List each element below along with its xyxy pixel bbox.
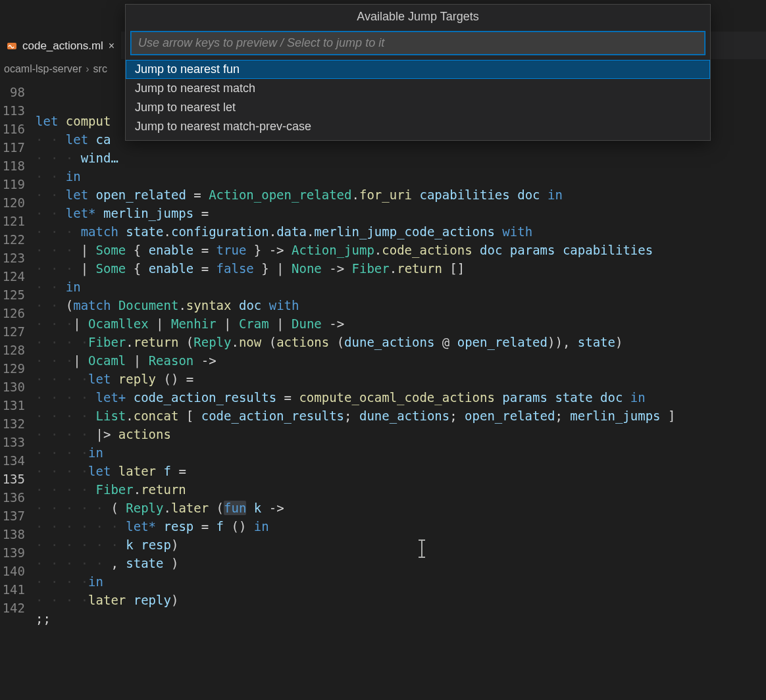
code-area[interactable]: let comput· · let ca· · · wind…· · in· ·… <box>36 79 766 700</box>
code-line[interactable]: · · · · · · k resp) <box>36 536 766 554</box>
line-number: 116 <box>0 120 36 138</box>
tab-code-actions[interactable]: code_actions.ml × <box>0 32 121 59</box>
code-line[interactable]: · · · · let+ code_action_results = compu… <box>36 388 766 407</box>
line-number: 139 <box>0 543 36 562</box>
line-number: 118 <box>0 157 36 175</box>
line-number: 130 <box>0 378 36 396</box>
line-number: 136 <box>0 488 36 507</box>
code-line[interactable]: · · · ·in <box>36 443 766 462</box>
line-number: 132 <box>0 414 36 433</box>
code-line[interactable] <box>36 628 766 646</box>
line-number: 121 <box>0 212 36 230</box>
editor[interactable]: 9811311611711811912012112212312412512612… <box>0 79 766 700</box>
code-line[interactable]: · · · ·let later f = <box>36 462 766 480</box>
quick-pick-item[interactable]: Jump to nearest fun <box>126 60 710 79</box>
close-icon[interactable]: × <box>109 40 115 52</box>
code-line[interactable]: · · · ·later reply) <box>36 591 766 609</box>
quick-pick-item[interactable]: Jump to nearest match <box>126 79 710 98</box>
quick-pick-title: Available Jump Targets <box>126 5 710 28</box>
code-line[interactable]: · · · match state.configuration.data.mer… <box>36 222 766 241</box>
line-number: 141 <box>0 580 36 599</box>
line-number: 122 <box>0 230 36 249</box>
quick-pick-item[interactable]: Jump to nearest let <box>126 98 710 117</box>
chevron-right-icon: › <box>86 63 89 75</box>
code-line[interactable]: · · in <box>36 167 766 186</box>
code-line[interactable]: · · · · |> actions <box>36 425 766 443</box>
quick-pick-list: Jump to nearest funJump to nearest match… <box>126 60 710 140</box>
quick-pick: Available Jump Targets Jump to nearest f… <box>125 4 711 141</box>
line-number: 123 <box>0 249 36 267</box>
line-number: 125 <box>0 286 36 304</box>
line-number: 129 <box>0 359 36 378</box>
code-line[interactable]: · · in <box>36 278 766 296</box>
line-number: 117 <box>0 138 36 157</box>
quick-pick-item[interactable]: Jump to nearest match-prev-case <box>126 117 710 136</box>
line-number: 138 <box>0 525 36 543</box>
line-number: 127 <box>0 322 36 341</box>
line-number: 133 <box>0 433 36 451</box>
code-line[interactable]: · · · ·in <box>36 572 766 591</box>
tab-filename: code_actions.ml <box>22 39 103 53</box>
quick-pick-input[interactable] <box>131 32 705 55</box>
code-line[interactable]: · · · · List.concat [ code_action_result… <box>36 407 766 425</box>
line-number: 126 <box>0 304 36 322</box>
line-number-gutter: 9811311611711811912012112212312412512612… <box>0 79 36 700</box>
code-line[interactable]: · · · · · · let* resp = f () in <box>36 517 766 536</box>
code-line[interactable]: · · · · · ( Reply.later (fun k -> <box>36 499 766 517</box>
code-line[interactable]: · · let* merlin_jumps = <box>36 204 766 222</box>
line-number: 120 <box>0 193 36 212</box>
code-line[interactable]: · · · | Some { enable = true } -> Action… <box>36 241 766 259</box>
code-line[interactable]: · · · · Fiber.return <box>36 480 766 499</box>
line-number: 134 <box>0 451 36 470</box>
code-line[interactable]: · · ·| Ocamllex | Menhir | Cram | Dune -… <box>36 314 766 333</box>
line-number: 113 <box>0 101 36 120</box>
text-cursor-icon <box>421 539 422 558</box>
line-number: 131 <box>0 396 36 414</box>
code-line[interactable]: · · let open_related = Action_open_relat… <box>36 186 766 204</box>
code-line[interactable]: ;; <box>36 609 766 628</box>
code-line[interactable]: · · · | Some { enable = false } | None -… <box>36 259 766 278</box>
code-line[interactable]: · · · · · , state ) <box>36 554 766 572</box>
breadcrumb-seg[interactable]: src <box>93 63 107 75</box>
line-number: 142 <box>0 599 36 617</box>
line-number: 135 <box>0 470 36 488</box>
ocaml-file-icon <box>7 41 17 51</box>
line-number: 140 <box>0 562 36 580</box>
breadcrumb-seg[interactable]: ocaml-lsp-server <box>4 63 82 75</box>
line-number: 128 <box>0 341 36 359</box>
line-number: 98 <box>0 83 36 101</box>
code-line[interactable]: · · · wind… <box>36 149 766 167</box>
code-line[interactable]: · · ·| Ocaml | Reason -> <box>36 351 766 370</box>
code-line[interactable]: · · · ·let reply () = <box>36 370 766 388</box>
line-number: 119 <box>0 175 36 193</box>
line-number: 124 <box>0 267 36 286</box>
line-number: 137 <box>0 507 36 525</box>
code-line[interactable]: · · (match Document.syntax doc with <box>36 296 766 314</box>
code-line[interactable]: · · · ·Fiber.return (Reply.now (actions … <box>36 333 766 351</box>
